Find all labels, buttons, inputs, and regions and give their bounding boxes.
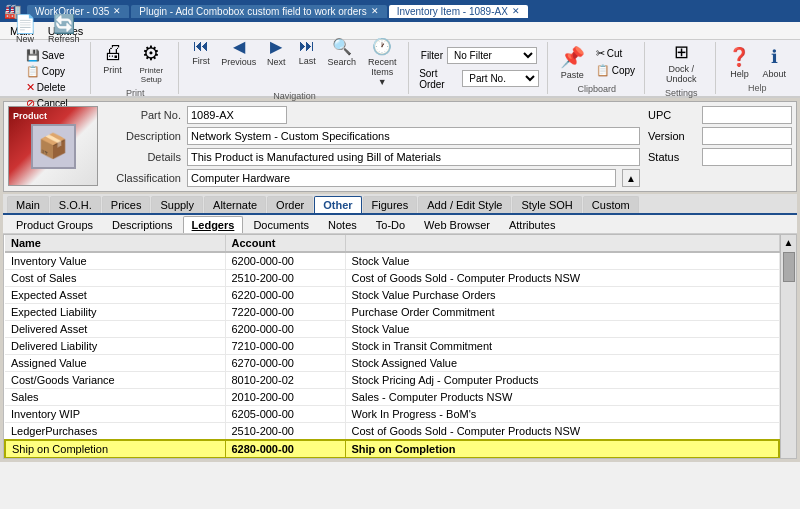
- tab-figures[interactable]: Figures: [363, 196, 418, 213]
- new-button[interactable]: 📄 New: [10, 13, 40, 46]
- first-label: First: [192, 56, 210, 66]
- tab-alternate[interactable]: Alternate: [204, 196, 266, 213]
- print-label-group: Print: [126, 88, 145, 98]
- title-tab-inventory[interactable]: Inventory Item - 1089-AX✕: [389, 5, 528, 18]
- table-row[interactable]: Cost/Goods Variance 8010-200-02 Stock Pr…: [5, 372, 779, 389]
- tab-custom[interactable]: Custom: [583, 196, 639, 213]
- title-bar: 🏭 WorkOrder - 035✕Plugin - Add Combobox …: [0, 0, 800, 22]
- cell-name: Delivered Liability: [5, 338, 225, 355]
- recent-items-button[interactable]: 🕐 RecentItems ▼: [362, 35, 402, 89]
- cell-description: Sales - Computer Products NSW: [345, 389, 779, 406]
- tab-order[interactable]: Order: [267, 196, 313, 213]
- tab-other[interactable]: Other: [314, 196, 361, 213]
- description-input[interactable]: [187, 127, 640, 145]
- tab-addedit-style[interactable]: Add / Edit Style: [418, 196, 511, 213]
- tab-main[interactable]: Main: [7, 196, 49, 213]
- paste-button[interactable]: 📌 Paste: [556, 43, 589, 82]
- next-button[interactable]: ▶ Next: [262, 35, 290, 89]
- next-label: Next: [267, 57, 286, 67]
- scroll-thumb[interactable]: [783, 252, 795, 282]
- delete-icon: ✕: [26, 81, 35, 94]
- printer-setup-icon: ⚙: [142, 41, 160, 65]
- table-row[interactable]: Expected Liability 7220-000-00 Purchase …: [5, 304, 779, 321]
- cell-name: Assigned Value: [5, 355, 225, 372]
- tab-close-workorder[interactable]: ✕: [113, 6, 121, 16]
- table-row[interactable]: Assigned Value 6270-000-00 Stock Assigne…: [5, 355, 779, 372]
- subtab-product-groups[interactable]: Product Groups: [7, 216, 102, 233]
- sort-select[interactable]: Part No.: [462, 70, 538, 87]
- upc-input[interactable]: [702, 106, 792, 124]
- scroll-bar[interactable]: ▲: [781, 234, 797, 459]
- cell-name: Write On: [5, 458, 225, 459]
- status-input[interactable]: [702, 148, 792, 166]
- cell-description: Stock Pricing Adj - Computer Products: [345, 372, 779, 389]
- table-row[interactable]: Expected Asset 6220-000-00 Stock Value P…: [5, 287, 779, 304]
- paste-icon: 📌: [560, 45, 585, 69]
- table-row[interactable]: Delivered Liability 7210-000-00 Stock in…: [5, 338, 779, 355]
- classification-dropdown-button[interactable]: ▲: [622, 169, 640, 187]
- table-row[interactable]: Inventory Value 6200-000-00 Stock Value: [5, 252, 779, 270]
- part-no-input[interactable]: [187, 106, 287, 124]
- refresh-label: Refresh: [48, 34, 80, 44]
- table-row[interactable]: Write On 2810-200-03 Stock Adjustment - …: [5, 458, 779, 459]
- cell-account: 6200-000-00: [225, 252, 345, 270]
- help-label-group: Help: [748, 83, 767, 93]
- table-row[interactable]: LedgerPurchases 2510-200-00 Cost of Good…: [5, 423, 779, 441]
- cell-name: Cost/Goods Variance: [5, 372, 225, 389]
- clipboard-group: 📌 Paste ✂ Cut 📋 Copy Clipboard: [550, 42, 645, 94]
- cell-account: 6205-000-00: [225, 406, 345, 423]
- cell-description: Stock Assigned Value: [345, 355, 779, 372]
- subtab-web-browser[interactable]: Web Browser: [415, 216, 499, 233]
- clipboard-copy-button[interactable]: 📋 Copy: [593, 63, 638, 78]
- cell-description: Stock in Transit Commitment: [345, 338, 779, 355]
- details-input[interactable]: [187, 148, 640, 166]
- help-button[interactable]: ❓ Help: [724, 44, 754, 81]
- subtab-descriptions[interactable]: Descriptions: [103, 216, 182, 233]
- search-button[interactable]: 🔍 Search: [324, 35, 359, 89]
- tab-close-inventory[interactable]: ✕: [512, 6, 520, 16]
- table-row[interactable]: Sales 2010-200-00 Sales - Computer Produ…: [5, 389, 779, 406]
- version-input[interactable]: [702, 127, 792, 145]
- table-row[interactable]: Delivered Asset 6200-000-00 Stock Value: [5, 321, 779, 338]
- subtab-to-do[interactable]: To-Do: [367, 216, 414, 233]
- table-row[interactable]: Cost of Sales 2510-200-00 Cost of Goods …: [5, 270, 779, 287]
- subtab-ledgers[interactable]: Ledgers: [183, 216, 244, 233]
- tab-style-soh[interactable]: Style SOH: [512, 196, 581, 213]
- table-row[interactable]: Ship on Completion 6280-000-00 Ship on C…: [5, 440, 779, 458]
- previous-button[interactable]: ◀ Previous: [218, 35, 259, 89]
- subtab-notes[interactable]: Notes: [319, 216, 366, 233]
- cell-description: Purchase Order Commitment: [345, 304, 779, 321]
- cut-button[interactable]: ✂ Cut: [593, 46, 638, 61]
- tab-prices[interactable]: Prices: [102, 196, 151, 213]
- navigation-label: Navigation: [273, 91, 316, 101]
- tab-supply[interactable]: Supply: [151, 196, 203, 213]
- details-label: Details: [106, 151, 181, 163]
- about-button[interactable]: ℹ About: [758, 44, 790, 81]
- copy-action-button[interactable]: 📋 Copy: [23, 64, 71, 79]
- last-button[interactable]: ⏭ Last: [293, 35, 321, 89]
- print-button[interactable]: 🖨 Print: [99, 39, 127, 86]
- refresh-button[interactable]: 🔄 Refresh: [44, 13, 84, 46]
- ledger-table-container[interactable]: Name Account Inventory Value 6200-000-00…: [3, 234, 781, 459]
- table-row[interactable]: Inventory WIP 6205-000-00 Work In Progre…: [5, 406, 779, 423]
- cell-account: 6270-000-00: [225, 355, 345, 372]
- cell-account: 2510-200-00: [225, 423, 345, 441]
- tab-soh[interactable]: S.O.H.: [50, 196, 101, 213]
- delete-button[interactable]: ✕ Delete: [23, 80, 71, 95]
- classification-input[interactable]: [187, 169, 616, 187]
- toolbar: 📄 New 🔄 Refresh 💾 Save 📋 Copy ✕ Delete: [0, 40, 800, 98]
- subtab-documents[interactable]: Documents: [244, 216, 318, 233]
- printer-setup-button[interactable]: ⚙ Printer Setup: [131, 39, 173, 86]
- copy-icon: 📋: [26, 65, 40, 78]
- filter-select[interactable]: No Filter: [447, 47, 537, 64]
- help-label: Help: [730, 69, 749, 79]
- new-icon: 📄: [14, 15, 36, 33]
- cell-account: 2010-200-00: [225, 389, 345, 406]
- tab-close-plugin[interactable]: ✕: [371, 6, 379, 16]
- dock-undock-button[interactable]: ⊞ Dock / Undock: [653, 39, 709, 86]
- first-button[interactable]: ⏮ First: [187, 35, 215, 89]
- scroll-up-arrow[interactable]: ▲: [782, 235, 796, 250]
- title-tab-plugin[interactable]: Plugin - Add Combobox custom field to wo…: [131, 5, 386, 18]
- subtab-attributes[interactable]: Attributes: [500, 216, 564, 233]
- save-button[interactable]: 💾 Save: [23, 48, 71, 63]
